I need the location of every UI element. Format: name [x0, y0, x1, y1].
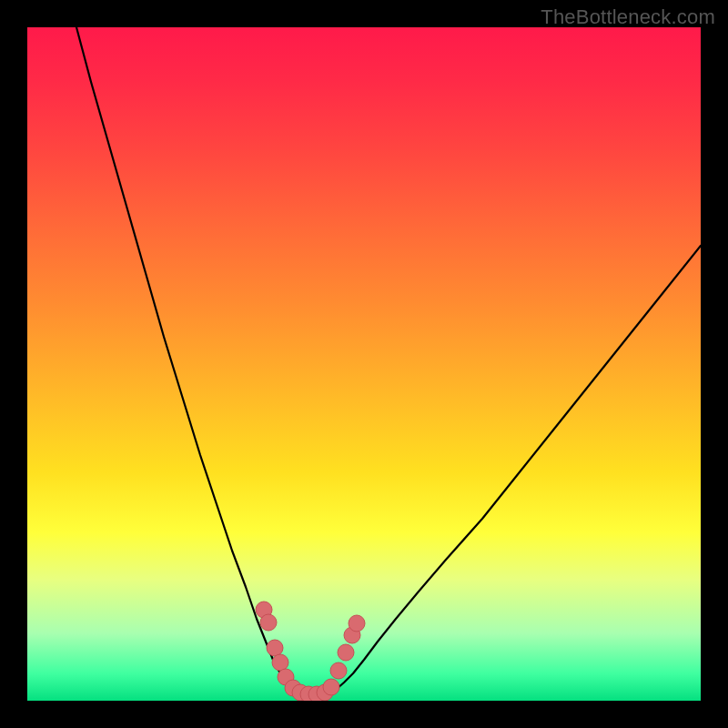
chart-svg [27, 27, 701, 701]
chart-frame: TheBottleneck.com [0, 0, 728, 728]
highlight-dot [349, 615, 365, 632]
highlight-dot [267, 640, 283, 656]
plot-area [27, 27, 701, 701]
series-left-curve [76, 27, 293, 692]
watermark-text: TheBottleneck.com [541, 5, 715, 29]
highlight-dot [323, 679, 339, 695]
highlight-dot [338, 644, 354, 661]
highlight-dot [330, 662, 347, 679]
curve-layer [76, 27, 701, 693]
series-right-curve [331, 246, 701, 693]
highlight-dot [260, 614, 277, 631]
highlight-dot [272, 654, 288, 671]
dots-layer [256, 602, 365, 701]
